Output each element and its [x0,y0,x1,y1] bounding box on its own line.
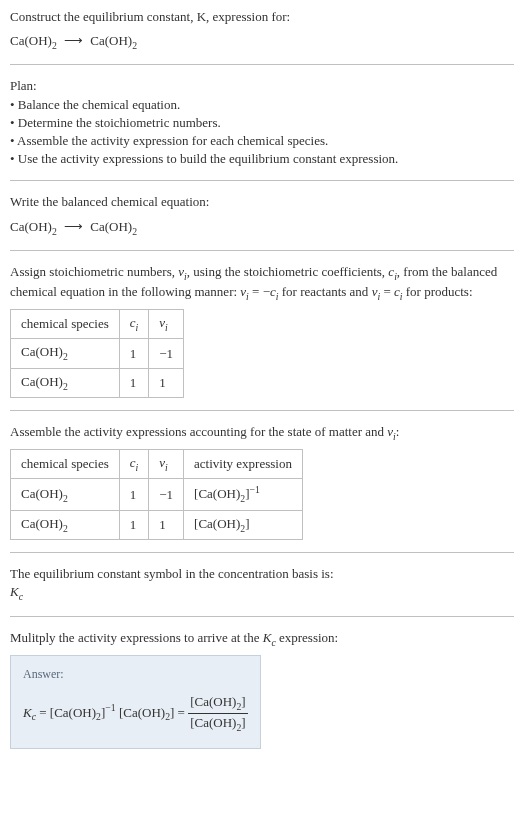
cell-ci: 1 [119,368,149,397]
sp: Ca(OH) [21,486,63,501]
sp-sub: 2 [63,492,68,503]
th-ci: ci [119,310,149,339]
sp: Ca(OH) [21,516,63,531]
rel2-eq: = [380,284,394,299]
cell-nui: 1 [149,510,184,539]
cell-ci: 1 [119,339,149,368]
act-pre: Assemble the activity expressions accoun… [10,424,387,439]
arrow-icon: ⟶ [60,32,87,50]
ans-eq2: = [174,704,188,719]
activity-section: Assemble the activity expressions accoun… [10,423,514,540]
ci-sub: i [136,462,139,473]
intro-equation: Ca(OH)2 ⟶ Ca(OH)2 [10,32,514,52]
bal-lhs-sub: 2 [52,225,57,236]
divider [10,250,514,251]
fraction: [Ca(OH)2][Ca(OH)2] [188,693,247,734]
cell-ci: 1 [119,479,149,511]
num-base: [Ca(OH) [190,694,236,709]
table-header-row: chemical species ci νi activity expressi… [11,450,303,479]
symbol-section: The equilibrium constant symbol in the c… [10,565,514,603]
plan-bullet-3: • Assemble the activity expression for e… [10,132,514,150]
balanced-equation: Ca(OH)2 ⟶ Ca(OH)2 [10,218,514,238]
sp-sub: 2 [63,523,68,534]
divider [10,64,514,65]
sp-sub: 2 [63,351,68,362]
stoich-section: Assign stoichiometric numbers, νi, using… [10,263,514,398]
ae-close: ] [245,516,249,531]
cell-activity: [Ca(OH)2]−1 [184,479,303,511]
plan-bullet-1: • Balance the chemical equation. [10,96,514,114]
cell-nui: −1 [149,479,184,511]
ci-sub: i [136,322,139,333]
cell-nui: −1 [149,339,184,368]
frac-den: [Ca(OH)2] [188,714,247,734]
rel1-eq: = − [249,284,270,299]
ae-base: [Ca(OH) [194,516,240,531]
th-species: chemical species [11,310,120,339]
ans-eq: = [36,704,50,719]
stoich-pre: Assign stoichiometric numbers, [10,264,178,279]
plan-bullet-2: • Determine the stoichiometric numbers. [10,114,514,132]
ae-sup: −1 [250,484,260,495]
divider [10,616,514,617]
table-row: Ca(OH)2 1 −1 [Ca(OH)2]−1 [11,479,303,511]
cell-activity: [Ca(OH)2] [184,510,303,539]
table-row: Ca(OH)2 1 1 [11,368,184,397]
eq-rhs: Ca(OH) [90,33,132,48]
cell-species: Ca(OH)2 [11,479,120,511]
den-base: [Ca(OH) [190,715,236,730]
intro-prompt: Construct the equilibrium constant, K, e… [10,8,514,26]
nui-sub: i [165,462,168,473]
plan-section: Plan: • Balance the chemical equation. •… [10,77,514,168]
mult-pre: Mulitply the activity expressions to arr… [10,630,263,645]
den-close: ] [241,715,245,730]
cell-nui: 1 [149,368,184,397]
stoich-mid3: for reactants and [279,284,372,299]
K-sub: c [19,591,23,602]
stoich-table: chemical species ci νi Ca(OH)2 1 −1 Ca(O… [10,309,184,398]
eq-rhs-sub: 2 [132,40,137,51]
table-row: Ca(OH)2 1 −1 [11,339,184,368]
intro-section: Construct the equilibrium constant, K, e… [10,8,514,52]
ans-Kc: K [23,704,32,719]
th-ci: ci [119,450,149,479]
sp-sub: 2 [63,380,68,391]
balanced-heading: Write the balanced chemical equation: [10,193,514,211]
table-header-row: chemical species ci νi [11,310,184,339]
frac-num: [Ca(OH)2] [188,693,247,714]
bal-rhs-sub: 2 [132,225,137,236]
cell-ci: 1 [119,510,149,539]
num-close: ] [241,694,245,709]
multiply-section: Mulitply the activity expressions to arr… [10,629,514,750]
th-nui: νi [149,450,184,479]
sp: Ca(OH) [21,344,63,359]
symbol-text: The equilibrium constant symbol in the c… [10,565,514,583]
cell-species: Ca(OH)2 [11,510,120,539]
bal-rhs: Ca(OH) [90,219,132,234]
ans-t1-sup: −1 [105,702,115,713]
answer-equation: Kc = [Ca(OH)2]−1 [Ca(OH)2] = [Ca(OH)2][C… [23,689,248,738]
stoich-end: for products: [402,284,472,299]
multiply-text: Mulitply the activity expressions to arr… [10,629,514,649]
mult-end: expression: [276,630,338,645]
plan-bullet-4: • Use the activity expressions to build … [10,150,514,168]
symbol-kc: Kc [10,583,514,603]
plan-heading: Plan: [10,77,514,95]
K-symbol: K [10,584,19,599]
eq-lhs: Ca(OH) [10,33,52,48]
balanced-section: Write the balanced chemical equation: Ca… [10,193,514,237]
eq-lhs-sub: 2 [52,40,57,51]
bal-lhs: Ca(OH) [10,219,52,234]
table-row: Ca(OH)2 1 1 [Ca(OH)2] [11,510,303,539]
th-activity: activity expression [184,450,303,479]
nui-sub: i [165,322,168,333]
cell-species: Ca(OH)2 [11,368,120,397]
divider [10,552,514,553]
stoich-text: Assign stoichiometric numbers, νi, using… [10,263,514,303]
activity-text: Assemble the activity expressions accoun… [10,423,514,443]
ans-t1: [Ca(OH) [50,704,96,719]
th-species: chemical species [11,450,120,479]
cell-species: Ca(OH)2 [11,339,120,368]
arrow-icon: ⟶ [60,218,87,236]
stoich-mid1: , using the stoichiometric coefficients, [187,264,389,279]
